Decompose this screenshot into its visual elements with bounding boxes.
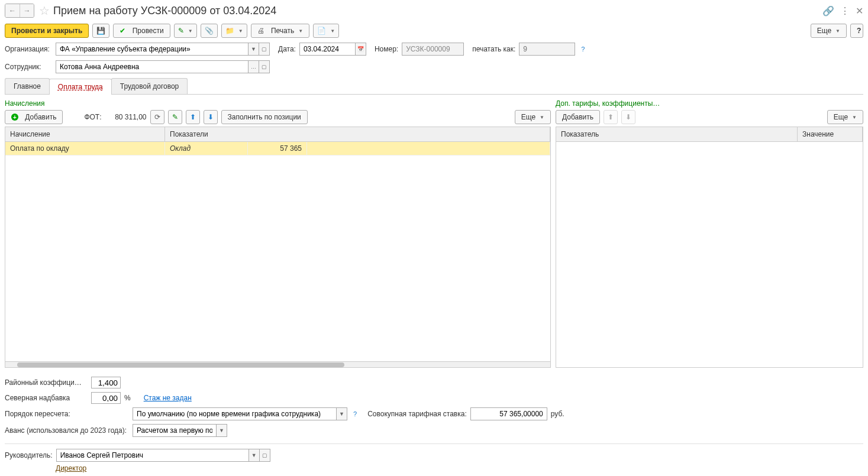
favorite-star-icon[interactable]: ☆ (39, 4, 50, 18)
coeffs-add-button[interactable]: Добавить (556, 110, 600, 124)
nav-back-button[interactable]: ← (5, 4, 20, 17)
doc-icon: 📄 (317, 27, 326, 35)
org-open-button[interactable]: ▢ (259, 43, 270, 56)
manager-dropdown-button[interactable]: ▼ (249, 449, 260, 462)
printas-help-icon[interactable]: ? (581, 46, 585, 53)
advance-label: Аванс (использовался до 2023 года): (5, 426, 129, 435)
num-label: Номер: (375, 45, 398, 53)
pencil-icon: ✎ (172, 113, 178, 121)
stazh-link[interactable]: Стаж не задан (144, 394, 192, 402)
calendar-button[interactable]: 📅 (356, 43, 366, 56)
advance-select[interactable] (133, 424, 217, 437)
accrual-row[interactable]: Оплата по окладу Оклад 57 365 (5, 142, 550, 156)
emp-ellipsis-button[interactable]: … (249, 60, 259, 73)
arrow-up-icon: ⬆ (190, 113, 196, 121)
date-input[interactable] (299, 43, 356, 56)
arrow-down-icon: ⬇ (625, 113, 631, 121)
accruals-grid[interactable]: Начисление Показатели Оплата по окладу О… (5, 127, 551, 368)
folder-icon: 📁 (225, 27, 234, 35)
edit-dropdown-button[interactable]: ✎ (174, 24, 197, 38)
regcoeff-input[interactable] (91, 377, 121, 388)
north-label: Северная надбавка (5, 394, 88, 402)
indicator-name-cell: Оклад (165, 142, 248, 155)
more-button[interactable]: Еще (811, 24, 847, 38)
org-input[interactable] (56, 43, 249, 56)
move-down-button[interactable]: ⬇ (204, 110, 218, 124)
recalc-select[interactable] (133, 407, 337, 420)
print-icon: 🖨 (257, 27, 264, 35)
print-button[interactable]: 🖨 Печать (251, 24, 310, 38)
plus-icon: + (11, 114, 18, 121)
grid-scrollbar[interactable] (5, 361, 550, 367)
coeffs-title: Доп. тарифы, коэффициенты… (556, 99, 863, 108)
emp-label: Сотрудник: (5, 63, 52, 71)
col-indicators[interactable]: Показатели (165, 127, 550, 141)
tariff-input[interactable] (470, 407, 547, 420)
extra-button[interactable]: 📄 (313, 24, 339, 38)
arrow-up-icon: ⬆ (608, 113, 614, 121)
close-icon[interactable]: ✕ (856, 5, 863, 17)
check-icon: ✔ (120, 27, 125, 35)
indicator-value-cell: 57 365 (248, 142, 307, 155)
manager-input[interactable] (56, 449, 249, 462)
printas-input[interactable] (519, 43, 575, 56)
pencil-icon: ✎ (178, 27, 184, 35)
link-icon[interactable]: 🔗 (822, 5, 834, 17)
arrow-down-icon: ⬇ (208, 113, 214, 121)
post-and-close-button[interactable]: Провести и закрыть (5, 24, 89, 38)
paperclip-icon: 📎 (205, 27, 214, 35)
manager-label: Руководитель: (5, 451, 53, 459)
edit-row-button[interactable]: ✎ (168, 110, 182, 124)
coeffs-grid[interactable]: Показатель Значение (556, 127, 863, 368)
create-from-button[interactable]: 📁 (221, 24, 247, 38)
accruals-add-button[interactable]: + Добавить (5, 110, 63, 124)
org-label: Организация: (5, 45, 52, 53)
num-input[interactable] (402, 43, 464, 56)
coeffs-down-button[interactable]: ⬇ (621, 110, 635, 124)
post-button[interactable]: ✔ Провести (113, 24, 170, 38)
recalc-dropdown-button[interactable]: ▼ (337, 407, 347, 420)
tab-main[interactable]: Главное (5, 78, 50, 94)
accruals-title: Начисления (5, 99, 551, 108)
emp-input[interactable] (56, 60, 249, 73)
printas-label: печатать как: (472, 45, 515, 53)
fill-by-position-button[interactable]: Заполнить по позиции (221, 110, 308, 124)
calendar-icon: 📅 (357, 46, 364, 52)
tab-pay[interactable]: Оплата труда (49, 79, 112, 95)
accruals-more-button[interactable]: Еще (515, 110, 551, 124)
refresh-icon: ⟳ (154, 113, 160, 121)
regcoeff-label: Районный коэффици… (5, 378, 88, 387)
window-title: Прием на работу УСЗК-000009 от 03.04.202… (53, 5, 822, 17)
col-indicator[interactable]: Показатель (556, 127, 798, 141)
date-label: Дата: (278, 45, 296, 53)
attach-button[interactable]: 📎 (201, 24, 218, 38)
empty-cell (307, 142, 550, 155)
kebab-menu-icon[interactable]: ⋮ (840, 5, 850, 17)
move-up-button[interactable]: ⬆ (186, 110, 200, 124)
recalc-label: Порядок пересчета: (5, 410, 129, 418)
manager-position-link[interactable]: Директор (56, 464, 86, 472)
refresh-button[interactable]: ⟳ (150, 110, 164, 124)
org-dropdown-button[interactable]: ▼ (249, 43, 259, 56)
accrual-name-cell: Оплата по окладу (5, 142, 165, 155)
recalc-help-icon[interactable]: ? (353, 410, 357, 417)
col-value[interactable]: Значение (798, 127, 863, 141)
manager-open-button[interactable]: ▢ (260, 449, 270, 462)
nav-forward-button[interactable]: → (20, 4, 34, 17)
coeffs-more-button[interactable]: Еще (827, 110, 863, 124)
nav-buttons: ← → (5, 4, 34, 18)
fot-value: 80 311,00 (105, 113, 147, 121)
fot-label: ФОТ: (84, 113, 101, 121)
save-button[interactable]: 💾 (92, 24, 109, 38)
help-button[interactable]: ? (850, 24, 863, 38)
north-input[interactable] (91, 392, 121, 404)
tariff-unit: руб. (551, 410, 564, 418)
advance-dropdown-button[interactable]: ▼ (217, 424, 227, 437)
tariff-label: Совокупная тарифная ставка: (367, 410, 467, 418)
coeffs-up-button[interactable]: ⬆ (604, 110, 618, 124)
emp-open-button[interactable]: ▢ (259, 60, 270, 73)
save-icon: 💾 (96, 27, 105, 35)
north-pct: % (124, 394, 131, 402)
col-accrual[interactable]: Начисление (5, 127, 165, 141)
tab-contract[interactable]: Трудовой договор (111, 78, 188, 94)
